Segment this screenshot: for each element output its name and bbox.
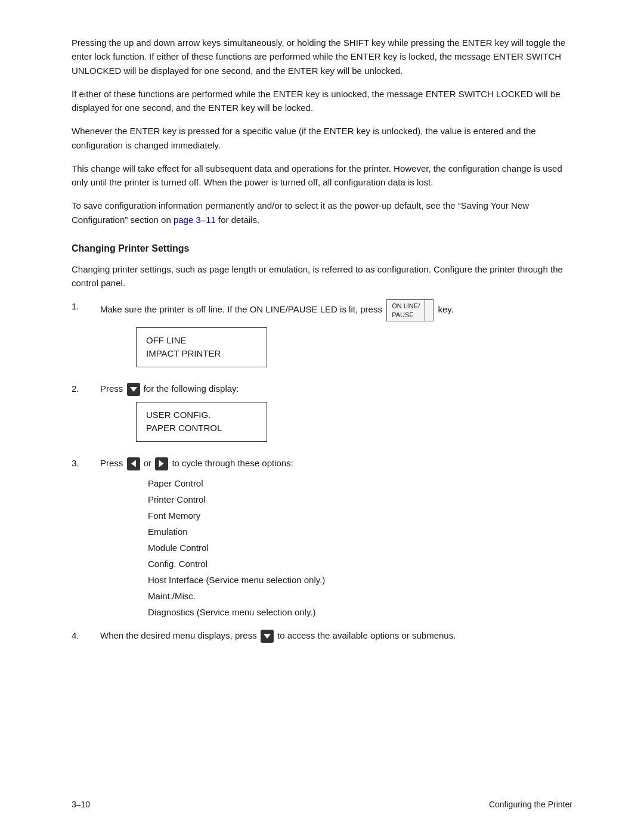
paragraph-1: Pressing the up and down arrow keys simu… [72,36,572,78]
para5-text-after: for details. [216,215,259,225]
arrow-down-icon-1 [127,383,140,396]
paragraph-4: This change will take effect for all sub… [72,162,572,190]
step-4-text-after: to access the available options or subme… [277,630,456,640]
option-host-interface: Host Interface (Service menu selection o… [148,572,572,588]
step-3: 3. Press or to cycle through these optio… [72,456,572,620]
step-4: 4. When the desired menu displays, press… [72,628,572,643]
section-intro: Changing printer settings, such as page … [72,262,572,290]
step-3-text-after: to cycle through these options: [172,458,293,468]
step-3-number: 3. [72,456,100,620]
option-module-control: Module Control [148,540,572,556]
step-2-number: 2. [72,382,100,448]
option-diagnostics: Diagnostics (Service menu selection only… [148,604,572,620]
para5-text-before: To save configuration information perman… [72,200,529,224]
display-box-1: OFF LINE IMPACT PRINTER [136,327,267,367]
step-4-content: When the desired menu displays, press to… [100,628,572,643]
page-link[interactable]: page 3–11 [174,215,216,225]
menu-options-list: Paper Control Printer Control Font Memor… [148,475,572,620]
step-4-number: 4. [72,628,100,643]
step-2-text-before: Press [100,383,123,394]
step-4-text-before: When the desired menu displays, press [100,630,257,640]
option-config-control: Config. Control [148,556,572,572]
step-2-text-after: for the following display: [144,383,239,394]
paragraph-5: To save configuration information perman… [72,199,572,227]
paragraph-3: Whenever the ENTER key is pressed for a … [72,124,572,152]
step-1-number: 1. [72,299,100,373]
online-pause-key: ON LINE/ PAUSE [386,299,434,321]
arrow-down-icon-2 [261,630,274,643]
page-footer: 3–10 Configuring the Printer [0,800,644,809]
arrow-left-icon [127,457,140,470]
step-3-text-before: Press [100,458,123,468]
step-2: 2. Press for the following display: USER… [72,382,572,448]
step-1-content: Make sure the printer is off line. If th… [100,299,572,373]
footer-page-number: 3–10 [72,800,90,809]
option-font-memory: Font Memory [148,507,572,524]
footer-section-title: Configuring the Printer [489,800,572,809]
option-printer-control: Printer Control [148,491,572,507]
option-paper-control: Paper Control [148,475,572,491]
steps-list: 1. Make sure the printer is off line. If… [72,299,572,643]
step-1-text-after: key. [438,305,453,315]
step-2-content: Press for the following display: USER CO… [100,382,572,448]
step-1: 1. Make sure the printer is off line. If… [72,299,572,373]
option-maint-misc: Maint./Misc. [148,588,572,604]
step-1-text-before: Make sure the printer is off line. If th… [100,305,382,315]
section-heading: Changing Printer Settings [72,243,572,254]
option-emulation: Emulation [148,524,572,540]
step-3-content: Press or to cycle through these options:… [100,456,572,620]
step-3-text-middle: or [144,458,151,468]
arrow-right-icon [155,457,168,470]
display-box-2: USER CONFIG. PAPER CONTROL [136,402,267,442]
paragraph-2: If either of these functions are perform… [72,87,572,115]
page-content: Pressing the up and down arrow keys simu… [0,0,644,699]
